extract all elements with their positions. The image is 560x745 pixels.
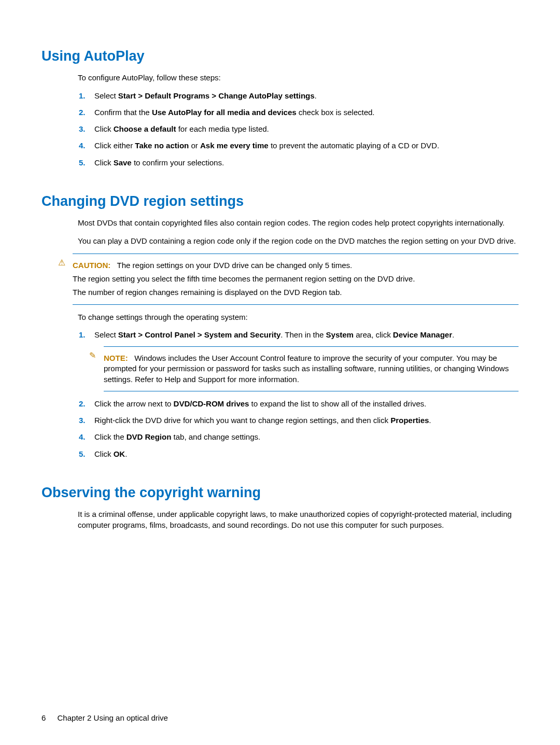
step-text: check box is selected.: [297, 108, 375, 117]
page: Using AutoPlay To configure AutoPlay, fo…: [0, 0, 560, 745]
list-item: 2. Click the arrow next to DVD/CD-ROM dr…: [92, 399, 519, 409]
step-text: to prevent the automatic playing of a CD…: [269, 141, 439, 150]
page-number: 6: [41, 713, 46, 722]
bold-text: Device Manager: [393, 330, 452, 339]
step-number: 3.: [79, 124, 86, 134]
step-number: 4.: [79, 140, 86, 151]
bold-text: Take no action: [135, 141, 189, 150]
bold-text: Properties: [390, 416, 429, 425]
section2-p3: To change settings through the operating…: [78, 312, 519, 322]
section1-steps: 1. Select Start > Default Programs > Cha…: [78, 91, 519, 168]
step-text: area, click: [354, 330, 393, 339]
step-number: 3.: [79, 415, 86, 426]
section2-p2: You can play a DVD containing a region c…: [78, 236, 519, 246]
caution-line3: The number of region changes remaining i…: [73, 287, 519, 298]
step-text: Select: [94, 91, 118, 100]
step-text: .: [452, 330, 454, 339]
step-number: 1.: [79, 330, 86, 340]
note-icon: ✎: [89, 350, 96, 361]
list-item: 4. Click either Take no action or Ask me…: [92, 140, 519, 151]
step-text: . Then in the: [281, 330, 326, 339]
section2-body: Most DVDs that contain copyrighted files…: [78, 218, 519, 459]
step-text: Click: [94, 449, 114, 458]
step-number: 1.: [79, 91, 86, 101]
step-text: Click either: [94, 141, 135, 150]
step-text: Click: [94, 124, 114, 133]
bold-text: DVD/CD-ROM drives: [174, 399, 249, 408]
step-text: Select: [94, 330, 118, 339]
list-item: 4. Click the DVD Region tab, and change …: [92, 432, 519, 442]
bold-text: System: [326, 330, 354, 339]
step-text: .: [315, 91, 317, 100]
note-label: NOTE:: [104, 354, 128, 362]
list-item: 3. Click Choose a default for each media…: [92, 124, 519, 134]
bold-text: Use AutoPlay for all media and devices: [152, 108, 297, 117]
note-content: NOTE: Windows includes the User Account …: [104, 353, 519, 385]
step-text: to expand the list to show all of the in…: [249, 399, 426, 408]
caution-line1: CAUTION: The region settings on your DVD…: [73, 260, 519, 271]
list-item: 5. Click OK.: [92, 449, 519, 459]
step-text: Right-click the DVD drive for which you …: [94, 416, 390, 425]
step-text: or: [189, 141, 200, 150]
heading-observing-copyright: Observing the copyright warning: [41, 483, 519, 502]
note-callout: ✎ NOTE: Windows includes the User Accoun…: [104, 346, 519, 391]
section1-intro: To configure AutoPlay, follow these step…: [78, 73, 519, 83]
section3-p1: It is a criminal offense, under applicab…: [78, 509, 519, 530]
list-item: 5. Click Save to confirm your selections…: [92, 158, 519, 168]
caution-callout: ⚠ CAUTION: The region settings on your D…: [73, 254, 519, 305]
list-item: 3. Right-click the DVD drive for which y…: [92, 415, 519, 426]
step-text: for each media type listed.: [176, 124, 269, 133]
heading-using-autoplay: Using AutoPlay: [41, 47, 519, 65]
step-text: Click: [94, 158, 114, 167]
caution-text: The region settings on your DVD drive ca…: [117, 261, 353, 270]
caution-line2: The region setting you select the fifth …: [73, 274, 519, 284]
section3-body: It is a criminal offense, under applicab…: [78, 509, 519, 530]
section1-body: To configure AutoPlay, follow these step…: [78, 73, 519, 168]
section2-p1: Most DVDs that contain copyrighted files…: [78, 218, 519, 228]
heading-changing-dvd-region: Changing DVD region settings: [41, 192, 519, 210]
caution-icon: ⚠: [58, 257, 65, 269]
step-text: Confirm that the: [94, 108, 152, 117]
section2-steps: 1. Select Start > Control Panel > System…: [78, 330, 519, 459]
step-text: .: [125, 449, 127, 458]
bold-text: Ask me every time: [200, 141, 269, 150]
bold-text: Start > Control Panel > System and Secur…: [118, 330, 281, 339]
chapter-title: Chapter 2 Using an optical drive: [58, 713, 168, 722]
bold-text: DVD Region: [127, 432, 172, 441]
step-number: 5.: [79, 158, 86, 168]
step-number: 4.: [79, 432, 86, 442]
step-text: tab, and change settings.: [171, 432, 260, 441]
bold-text: Save: [114, 158, 132, 167]
caution-label: CAUTION:: [73, 261, 110, 270]
list-item: 2. Confirm that the Use AutoPlay for all…: [92, 107, 519, 118]
step-text: Click the: [94, 432, 127, 441]
list-item: 1. Select Start > Control Panel > System…: [92, 330, 519, 391]
page-footer: 6 Chapter 2 Using an optical drive: [41, 713, 168, 723]
bold-text: Start > Default Programs > Change AutoPl…: [118, 91, 315, 100]
step-number: 5.: [79, 449, 86, 459]
step-text: to confirm your selections.: [132, 158, 224, 167]
step-text: .: [429, 416, 431, 425]
step-number: 2.: [79, 399, 86, 409]
note-text: Windows includes the User Account Contro…: [104, 354, 509, 384]
bold-text: Choose a default: [114, 124, 176, 133]
list-item: 1. Select Start > Default Programs > Cha…: [92, 91, 519, 101]
step-text: Click the arrow next to: [94, 399, 174, 408]
step-number: 2.: [79, 107, 86, 118]
bold-text: OK: [114, 449, 125, 458]
